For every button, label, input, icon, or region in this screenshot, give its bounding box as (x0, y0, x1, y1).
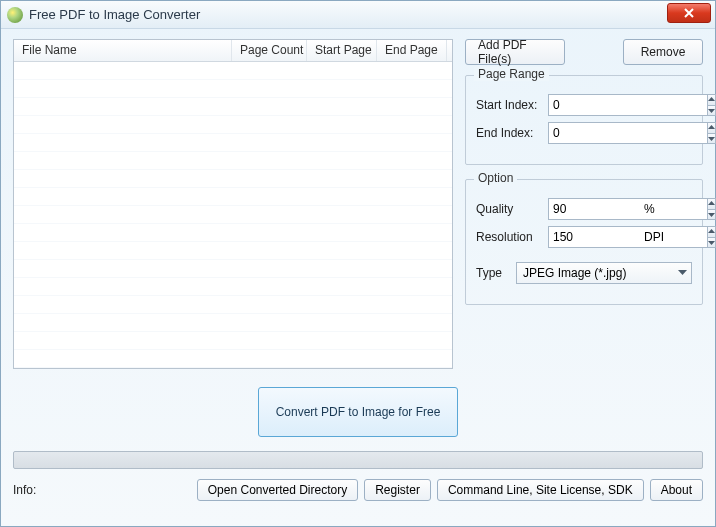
chevron-up-icon (708, 201, 715, 206)
start-index-label: Start Index: (476, 98, 548, 112)
column-endpage[interactable]: End Page (377, 40, 447, 61)
quality-spinner[interactable] (548, 198, 638, 220)
app-icon (7, 7, 23, 23)
progress-bar (13, 451, 703, 469)
chevron-up-icon (708, 229, 715, 234)
type-label: Type (476, 266, 516, 280)
register-button[interactable]: Register (364, 479, 431, 501)
type-combo[interactable]: JPEG Image (*.jpg) (516, 262, 692, 284)
app-window: Free PDF to Image Converter File Name Pa… (0, 0, 716, 527)
end-index-spinner[interactable] (548, 122, 638, 144)
column-filename[interactable]: File Name (14, 40, 232, 61)
file-list-header: File Name Page Count Start Page End Page (14, 40, 452, 62)
quality-up[interactable] (708, 199, 715, 210)
chevron-down-icon (708, 240, 715, 245)
start-index-down[interactable] (708, 106, 715, 116)
type-value: JPEG Image (*.jpg) (523, 266, 626, 280)
close-icon (684, 8, 694, 18)
resolution-label: Resolution (476, 230, 548, 244)
end-index-input[interactable] (548, 122, 707, 144)
resolution-input[interactable] (548, 226, 707, 248)
start-index-up[interactable] (708, 95, 715, 106)
resolution-spinner[interactable] (548, 226, 638, 248)
option-group: Option Quality % Resolutio (465, 179, 703, 305)
end-index-up[interactable] (708, 123, 715, 134)
convert-button[interactable]: Convert PDF to Image for Free (258, 387, 458, 437)
quality-input[interactable] (548, 198, 707, 220)
window-title: Free PDF to Image Converter (29, 7, 200, 22)
info-label: Info: (13, 483, 36, 497)
start-index-input[interactable] (548, 94, 707, 116)
remove-button[interactable]: Remove (623, 39, 703, 65)
command-line-button[interactable]: Command Line, Site License, SDK (437, 479, 644, 501)
client-area: File Name Page Count Start Page End Page… (1, 29, 715, 509)
quality-unit: % (644, 202, 655, 216)
chevron-down-icon (708, 108, 715, 113)
about-button[interactable]: About (650, 479, 703, 501)
titlebar: Free PDF to Image Converter (1, 1, 715, 29)
chevron-down-icon (708, 212, 715, 217)
quality-label: Quality (476, 202, 548, 216)
file-list-body (14, 62, 452, 368)
resolution-down[interactable] (708, 238, 715, 248)
chevron-down-icon (678, 270, 687, 276)
end-index-label: End Index: (476, 126, 548, 140)
chevron-up-icon (708, 97, 715, 102)
file-list[interactable]: File Name Page Count Start Page End Page (13, 39, 453, 369)
right-panel: Add PDF File(s) Remove Page Range Start … (465, 39, 703, 369)
quality-down[interactable] (708, 210, 715, 220)
page-range-legend: Page Range (474, 67, 549, 81)
resolution-up[interactable] (708, 227, 715, 238)
option-legend: Option (474, 171, 517, 185)
chevron-down-icon (708, 136, 715, 141)
column-startpage[interactable]: Start Page (307, 40, 377, 61)
column-pagecount[interactable]: Page Count (232, 40, 307, 61)
start-index-spinner[interactable] (548, 94, 638, 116)
add-pdf-button[interactable]: Add PDF File(s) (465, 39, 565, 65)
end-index-down[interactable] (708, 134, 715, 144)
chevron-up-icon (708, 125, 715, 130)
close-button[interactable] (667, 3, 711, 23)
resolution-unit: DPI (644, 230, 664, 244)
open-directory-button[interactable]: Open Converted Directory (197, 479, 358, 501)
page-range-group: Page Range Start Index: End Index: (465, 75, 703, 165)
